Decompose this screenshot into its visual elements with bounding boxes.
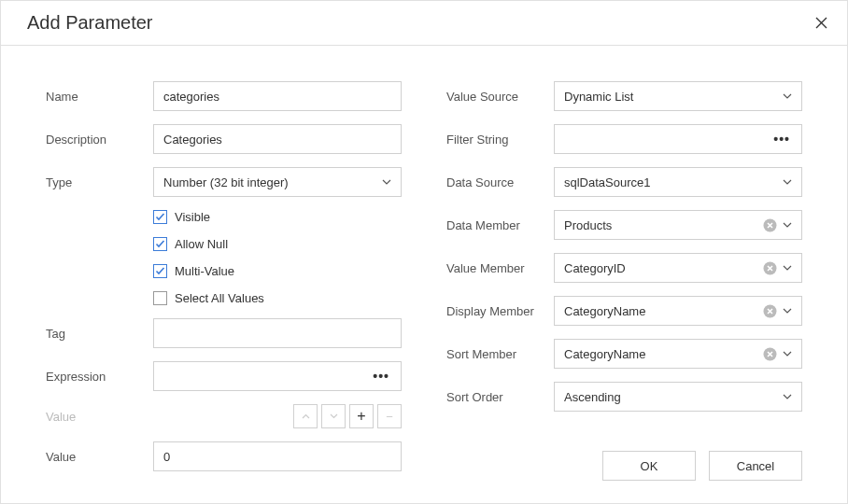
description-label: Description xyxy=(46,133,153,147)
visible-label: Visible xyxy=(175,210,210,224)
clear-button[interactable] xyxy=(763,218,777,232)
value-list-label: Value xyxy=(46,410,153,424)
display-member-value: CategoryName xyxy=(564,304,757,318)
value-source-value: Dynamic List xyxy=(564,90,777,104)
description-input[interactable] xyxy=(153,124,402,154)
filter-string-input[interactable]: ••• xyxy=(554,124,802,154)
value-input[interactable] xyxy=(153,441,402,471)
dialog-footer: OK Cancel xyxy=(602,451,802,481)
move-down-button[interactable] xyxy=(321,404,346,428)
sort-order-label: Sort Order xyxy=(446,390,554,404)
name-row: Name xyxy=(46,81,402,111)
data-member-select[interactable]: Products xyxy=(554,210,802,240)
dialog-titlebar: Add Parameter xyxy=(1,1,847,46)
value-member-label: Value Member xyxy=(446,261,554,275)
filter-string-label: Filter String xyxy=(446,133,554,147)
select-all-label: Select All Values xyxy=(175,291,264,305)
data-member-label: Data Member xyxy=(446,218,554,232)
sort-member-value: CategoryName xyxy=(564,347,757,361)
add-parameter-dialog: Add Parameter Name Description Type Numb… xyxy=(0,0,848,504)
ok-button[interactable]: OK xyxy=(602,451,696,481)
tag-input[interactable] xyxy=(153,318,402,348)
ellipsis-icon[interactable]: ••• xyxy=(371,369,391,384)
tag-row: Tag xyxy=(46,318,402,348)
chevron-up-icon xyxy=(302,413,310,419)
checkbox-icon xyxy=(153,237,167,251)
checkbox-icon xyxy=(153,291,167,305)
expression-row: Expression ••• xyxy=(46,361,402,391)
clear-icon xyxy=(763,347,777,361)
caret-down-icon xyxy=(783,222,792,228)
clear-button[interactable] xyxy=(763,261,777,275)
caret-down-icon xyxy=(783,265,792,271)
caret-down-icon xyxy=(783,351,792,357)
select-all-checkbox[interactable]: Select All Values xyxy=(153,291,402,305)
cancel-button[interactable]: Cancel xyxy=(709,451,802,481)
allow-null-checkbox[interactable]: Allow Null xyxy=(153,237,402,251)
value-stepper: + − xyxy=(153,404,402,428)
value-source-label: Value Source xyxy=(446,90,554,104)
value-member-row: Value Member CategoryID xyxy=(446,253,802,283)
multi-value-checkbox[interactable]: Multi-Value xyxy=(153,264,402,278)
name-input[interactable] xyxy=(153,81,402,111)
display-member-label: Display Member xyxy=(446,304,554,318)
checkbox-icon xyxy=(153,264,167,278)
right-column: Value Source Dynamic List Filter String … xyxy=(446,81,802,471)
tag-label: Tag xyxy=(46,327,153,341)
sort-member-select[interactable]: CategoryName xyxy=(554,339,802,369)
sort-order-row: Sort Order Ascending xyxy=(446,382,802,412)
display-member-row: Display Member CategoryName xyxy=(446,296,802,326)
close-icon xyxy=(815,17,827,29)
clear-icon xyxy=(763,304,777,318)
clear-button[interactable] xyxy=(763,347,777,361)
type-label: Type xyxy=(46,175,153,189)
ellipsis-icon[interactable]: ••• xyxy=(771,132,792,147)
sort-member-row: Sort Member CategoryName xyxy=(446,339,802,369)
value-label: Value xyxy=(46,450,153,464)
value-row: Value xyxy=(46,441,402,471)
close-button[interactable] xyxy=(812,14,830,33)
value-member-value: CategoryID xyxy=(564,261,757,275)
caret-down-icon xyxy=(783,308,792,314)
value-source-select[interactable]: Dynamic List xyxy=(554,81,802,111)
data-member-value: Products xyxy=(564,218,757,232)
expression-label: Expression xyxy=(46,370,153,384)
filter-string-row: Filter String ••• xyxy=(446,124,802,154)
checkbox-icon xyxy=(153,210,167,224)
remove-button[interactable]: − xyxy=(377,404,402,428)
expression-input[interactable]: ••• xyxy=(153,361,402,391)
sort-order-value: Ascending xyxy=(564,390,777,404)
sort-member-label: Sort Member xyxy=(446,347,554,361)
value-source-row: Value Source Dynamic List xyxy=(446,81,802,111)
caret-down-icon xyxy=(783,394,792,399)
visible-checkbox[interactable]: Visible xyxy=(153,210,402,224)
multi-value-label: Multi-Value xyxy=(175,264,234,278)
allow-null-label: Allow Null xyxy=(175,237,228,251)
clear-icon xyxy=(763,218,777,232)
clear-button[interactable] xyxy=(763,304,777,318)
type-row: Type Number (32 bit integer) xyxy=(46,167,402,197)
add-button[interactable]: + xyxy=(349,404,374,428)
data-source-select[interactable]: sqlDataSource1 xyxy=(554,167,802,197)
value-list-row: Value + − xyxy=(46,404,402,428)
type-value: Number (32 bit integer) xyxy=(163,175,376,189)
name-label: Name xyxy=(46,90,153,104)
minus-icon: − xyxy=(386,410,393,424)
data-source-label: Data Source xyxy=(446,175,554,189)
left-column: Name Description Type Number (32 bit int… xyxy=(46,81,402,471)
plus-icon: + xyxy=(357,408,365,425)
type-select[interactable]: Number (32 bit integer) xyxy=(153,167,402,197)
caret-down-icon xyxy=(783,93,792,99)
checkbox-group: Visible Allow Null Multi-Value Select Al… xyxy=(153,210,402,305)
caret-down-icon xyxy=(382,179,391,185)
clear-icon xyxy=(763,261,777,275)
dialog-body: Name Description Type Number (32 bit int… xyxy=(1,46,847,471)
data-source-value: sqlDataSource1 xyxy=(564,175,777,189)
display-member-select[interactable]: CategoryName xyxy=(554,296,802,326)
sort-order-select[interactable]: Ascending xyxy=(554,382,802,412)
caret-down-icon xyxy=(783,179,792,185)
value-member-select[interactable]: CategoryID xyxy=(554,253,802,283)
chevron-down-icon xyxy=(330,413,338,419)
move-up-button[interactable] xyxy=(293,404,318,428)
data-source-row: Data Source sqlDataSource1 xyxy=(446,167,802,197)
